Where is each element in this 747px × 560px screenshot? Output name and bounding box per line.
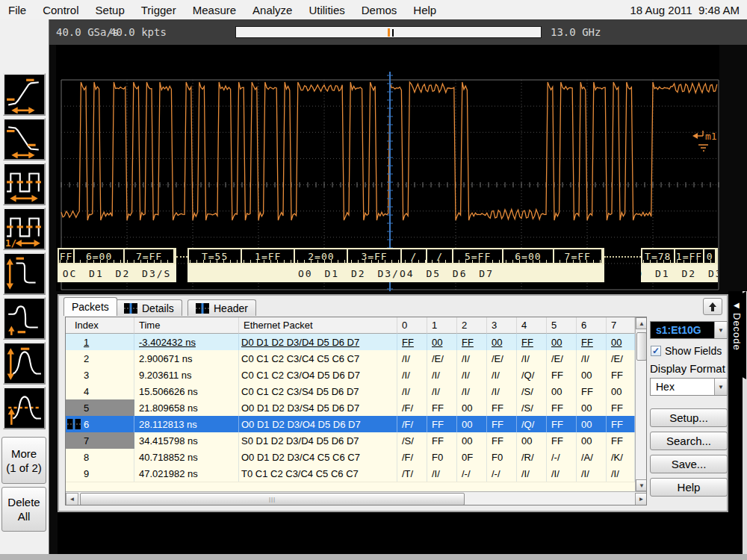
cell-byte-3: FF (487, 416, 517, 432)
col-header-time: Time (134, 317, 239, 334)
cell-byte-4: /Q/ (517, 416, 547, 432)
tab-details[interactable]: Details (116, 299, 182, 316)
dropdown-arrow-icon[interactable]: ▼ (714, 379, 727, 395)
cell-byte-3: /-/ (487, 465, 517, 482)
menu-item-control[interactable]: Control (34, 4, 87, 16)
acquisition-position-bar[interactable] (235, 26, 542, 38)
packet-row-7[interactable]: 734.415798 nsS0 D1 D2 D3/D4 D5 D6 D7/S/F… (66, 432, 646, 449)
cell-packet: C0 C1 C2 C3/O4 D5 D6 D7 (239, 367, 397, 383)
cell-byte-4: /S/ (517, 383, 547, 399)
col-header-ethernet-packet: Ethernet Packet (239, 317, 397, 334)
scroll-left-button[interactable]: ◄ (66, 493, 78, 505)
cell-byte-1: FF (427, 399, 457, 416)
display-format-label: Display Format (650, 362, 725, 375)
cell-byte-2: /-/ (457, 465, 487, 482)
scroll-down-button[interactable]: ▼ (636, 479, 647, 491)
measure-fall-time-icon (5, 121, 43, 158)
measure-vtop-icon (5, 255, 43, 293)
horizontal-scroll-thumb[interactable]: ||| (80, 493, 465, 505)
partial-row (66, 482, 646, 488)
save-button[interactable]: Save... (650, 455, 728, 473)
dropdown-arrow-icon[interactable]: ▼ (714, 322, 727, 338)
datetime-readout: 18 Aug 2011 9:48 AM (630, 4, 747, 16)
delete-all-button[interactable]: Delete All (1, 487, 46, 532)
packet-row-2[interactable]: 22.900671 nsC0 C1 C2 C3/C4 C5 C6 C7/I//E… (66, 350, 646, 367)
vertical-scroll-thumb[interactable] (636, 332, 647, 361)
cell-byte-6: FF (577, 383, 607, 399)
cell-time: 47.021982 ns (134, 465, 239, 482)
vertical-scrollbar[interactable]: ▲ ▼ (635, 317, 647, 491)
scroll-up-button[interactable]: ▲ (636, 317, 647, 329)
marker-m1: m1 (692, 131, 717, 151)
collapse-panel-button[interactable] (703, 298, 722, 315)
menu-item-measure[interactable]: Measure (185, 4, 244, 16)
svg-text:m1: m1 (705, 131, 717, 142)
packet-row-9[interactable]: 947.021982 nsT0 C1 C2 C3/C4 C5 C6 C7/T//… (66, 465, 646, 482)
measure-vamplitude-button[interactable] (3, 342, 46, 385)
cell-time: 34.415798 ns (134, 432, 239, 449)
menu-item-demos[interactable]: Demos (353, 4, 406, 16)
waveform-mini-icon (67, 419, 81, 429)
decode-source-select[interactable]: s1:Et10G ▼ (650, 321, 728, 339)
measure-period-button[interactable] (3, 163, 46, 205)
svg-text:1/: 1/ (5, 237, 16, 248)
cell-byte-0: /F/ (397, 449, 427, 465)
cell-byte-2: /I/ (457, 383, 487, 399)
cell-byte-2: /I/ (457, 350, 487, 367)
tab-packets[interactable]: Packets (63, 297, 117, 316)
cell-byte-5: FF (547, 416, 577, 432)
cell-byte-3: /I/ (487, 383, 517, 399)
packet-row-1[interactable]: 1-3.402432 nsD0 D1 D2 D3/D4 D5 D6 D7FF00… (66, 334, 646, 350)
measure-vbase-button[interactable] (3, 297, 46, 340)
decode-source-value: s1:Et10G (651, 322, 714, 338)
cell-byte-6: 00 (577, 432, 607, 449)
menu-item-analyze[interactable]: Analyze (244, 4, 300, 16)
left-arrow-icon: ◀ (734, 301, 740, 309)
decode-slide-tab[interactable]: ◀ Decode (728, 291, 746, 379)
cell-byte-4: FF (517, 334, 547, 350)
scroll-right-button[interactable]: ► (635, 493, 647, 505)
menu-item-file[interactable]: File (0, 4, 34, 16)
cell-byte-5: /I/ (547, 465, 577, 482)
cell-byte-2: 00 (457, 399, 487, 416)
measure-vamplitude-icon (5, 345, 43, 382)
cell-time: 40.718852 ns (134, 449, 239, 465)
cell-byte-2: FF (457, 334, 487, 350)
index-value: 6 (84, 419, 89, 430)
col-header-2: 2 (457, 317, 487, 334)
menu-item-trigger[interactable]: Trigger (133, 4, 185, 16)
measure-fall-time-button[interactable] (3, 118, 46, 161)
packet-row-4[interactable]: 415.506626 nsC0 C1 C2 C3/S4 D5 D6 D7/I//… (66, 383, 646, 399)
help-button[interactable]: Help (650, 478, 728, 497)
decode-bus-fields: T=551=FF2=003=FF//5=FF6=007=FF (187, 248, 604, 264)
packet-row-5[interactable]: 521.809658 nsO0 D1 D2 D3/S4 D5 D6 D7/F/F… (66, 399, 646, 416)
measure-rise-time-button[interactable] (3, 73, 46, 116)
cell-packet: T0 C1 C2 C3/C4 C5 C6 C7 (239, 465, 397, 482)
setup-button[interactable]: Setup... (650, 408, 728, 427)
cell-byte-5: FF (547, 367, 577, 383)
menu-item-help[interactable]: Help (405, 4, 444, 16)
menu-item-utilities[interactable]: Utilities (300, 4, 353, 16)
tab-header[interactable]: Header (187, 299, 256, 316)
packet-row-6[interactable]: 628.112813 nsO0 D1 D2 D3/O4 D5 D6 D7/F/F… (66, 416, 646, 432)
cell-byte-2: 0F (457, 449, 487, 465)
measure-frequency-button[interactable]: 1/ (3, 208, 46, 250)
cell-packet: S0 D1 D2 D3/D4 D5 D6 D7 (239, 432, 397, 449)
decode-bus-bytes: S0 D1 D2 D3/ (641, 264, 718, 282)
search-button[interactable]: Search... (650, 432, 728, 450)
cell-byte-7: 00 (607, 334, 635, 350)
cell-time: -3.402432 ns (134, 334, 239, 350)
horizontal-scrollbar[interactable]: ◄ ||| ► (66, 491, 647, 505)
more-measurements-button[interactable]: More (1 of 2) (1, 437, 46, 484)
cell-byte-6: /I/ (577, 350, 607, 367)
menu-item-setup[interactable]: Setup (87, 4, 133, 16)
table-header-row: IndexTimeEthernet Packet01234567 (66, 317, 646, 334)
display-format-select[interactable]: Hex ▼ (650, 378, 728, 396)
measure-frequency-icon: 1/ (5, 211, 43, 248)
measure-vtop-button[interactable] (3, 252, 46, 295)
packet-row-8[interactable]: 840.718852 nsO0 D1 D2 D3/C4 C5 C6 C7/F/F… (66, 449, 646, 465)
show-fields-checkbox[interactable]: ✓ (651, 346, 661, 356)
decode-bus-ruler (643, 260, 716, 263)
packet-row-3[interactable]: 39.203611 nsC0 C1 C2 C3/O4 D5 D6 D7/I//I… (66, 367, 646, 383)
measure-vaverage-button[interactable] (3, 387, 46, 429)
